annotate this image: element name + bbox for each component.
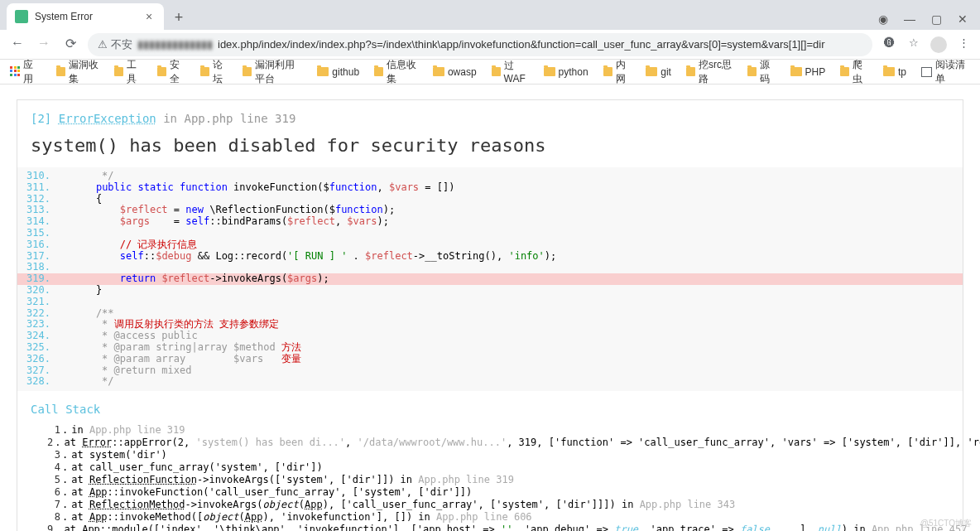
bookmark-label: owasp xyxy=(448,66,477,78)
code-line: 325. * @param string|array $method 方法 xyxy=(17,342,963,354)
minimize-button[interactable]: — xyxy=(902,12,917,27)
stack-text: at ReflectionMethod->invokeArgs(object(A… xyxy=(71,499,735,511)
bookmark-folder[interactable]: 工具 xyxy=(114,58,142,86)
folder-icon xyxy=(646,67,657,76)
bookmark-folder[interactable]: 过WAF xyxy=(492,58,529,86)
stack-number: 1 xyxy=(47,424,62,437)
line-number: 314. xyxy=(17,216,57,228)
browser-toolbar: ← → ⟳ ⚠ 不安 ▮▮▮▮▮▮▮▮▮▮▮▮▮ idex.php/index/… xyxy=(0,30,980,60)
stack-frame: 6.at App::invokeFunction('call_user_func… xyxy=(47,486,949,499)
bookmark-folder[interactable]: 漏洞收集 xyxy=(56,58,100,86)
code-text: // 记录执行信息 xyxy=(57,239,963,251)
stack-frame: 7.at ReflectionMethod->invokeArgs(object… xyxy=(47,499,949,511)
address-bar[interactable]: ⚠ 不安 ▮▮▮▮▮▮▮▮▮▮▮▮▮ idex.php/index/index/… xyxy=(88,33,872,56)
folder-icon xyxy=(200,67,209,76)
folder-icon xyxy=(883,67,895,76)
folder-icon xyxy=(374,67,383,76)
code-line: 322. /** xyxy=(17,308,963,320)
exception-name[interactable]: ErrorException xyxy=(59,112,156,125)
url-blurred: ▮▮▮▮▮▮▮▮▮▮▮▮▮ xyxy=(137,38,213,51)
code-text: * 调用反射执行类的方法 支持参数绑定 xyxy=(57,319,963,331)
bookmark-folder[interactable]: owasp xyxy=(433,58,477,86)
bookmark-folder[interactable]: 爬虫 xyxy=(840,58,868,86)
bookmark-folder[interactable]: tp xyxy=(883,58,906,86)
line-number: 326. xyxy=(17,354,57,365)
code-text: $reflect = new \ReflectionFunction($func… xyxy=(57,205,963,216)
code-line: 328. */ xyxy=(17,376,963,388)
bookmark-folder[interactable]: python xyxy=(544,58,588,86)
back-button[interactable]: ← xyxy=(8,36,26,54)
menu-icon[interactable]: ⋮ xyxy=(955,36,972,53)
translate-icon[interactable]: 🅖 xyxy=(881,36,897,53)
line-number: 321. xyxy=(17,297,57,308)
apps-button[interactable]: 应用 xyxy=(10,58,41,86)
code-text: $args = self::bindParams($reflect, $vars… xyxy=(57,216,963,228)
exception-file: App.php line 319 xyxy=(184,112,295,125)
code-text: * @param array $vars 变量 xyxy=(57,354,963,365)
stack-text: at ReflectionFunction->invokeArgs(['syst… xyxy=(71,474,514,486)
bookmark-label: 源码 xyxy=(760,58,776,86)
tab-favicon xyxy=(15,10,28,23)
code-text: * @return mixed xyxy=(57,365,963,377)
bookmark-folder[interactable]: github xyxy=(317,58,359,86)
maximize-button[interactable]: ▢ xyxy=(929,12,944,27)
folder-icon xyxy=(433,67,444,76)
stack-frame: 2.at Error::appError(2, 'system() has be… xyxy=(47,437,949,449)
bookmark-folder[interactable]: 挖src思路 xyxy=(686,58,733,86)
window-controls: ◉ — ▢ ✕ xyxy=(876,12,980,30)
close-window-button[interactable]: ✕ xyxy=(955,12,970,27)
code-text: public static function invokeFunction($f… xyxy=(57,182,963,194)
code-line: 327. * @return mixed xyxy=(17,365,963,377)
forward-button[interactable]: → xyxy=(35,36,53,54)
browser-tab[interactable]: System Error × xyxy=(7,3,164,30)
stack-frame: 5.at ReflectionFunction->invokeArgs(['sy… xyxy=(47,474,949,486)
folder-icon xyxy=(157,67,166,76)
code-text xyxy=(57,297,963,308)
bookmark-label: git xyxy=(661,66,671,78)
code-line: 316. // 记录执行信息 xyxy=(17,239,963,251)
apps-label: 应用 xyxy=(23,58,41,86)
bookmarks-bar: 应用 漏洞收集工具安全论坛漏洞利用平台github信息收集owasp过WAFpy… xyxy=(0,60,980,84)
folder-icon xyxy=(544,67,555,76)
bookmark-label: 信息收集 xyxy=(387,58,418,86)
reading-list-button[interactable]: 阅读清单 xyxy=(921,58,970,86)
code-line: 315. xyxy=(17,228,963,239)
bookmark-label: python xyxy=(559,66,588,78)
star-icon[interactable]: ☆ xyxy=(906,36,922,53)
bookmark-folder[interactable]: 内网 xyxy=(603,58,632,86)
exception-in: in xyxy=(163,112,177,125)
page-content: [2] ErrorException in App.php line 319 s… xyxy=(0,84,980,531)
bookmark-folder[interactable]: PHP xyxy=(790,58,826,86)
stack-number: 6 xyxy=(47,486,62,499)
code-snippet: 310. */311. public static function invok… xyxy=(17,167,963,391)
bookmark-folder[interactable]: 论坛 xyxy=(200,58,228,86)
bookmark-label: 漏洞收集 xyxy=(69,58,100,86)
line-number: 322. xyxy=(17,308,57,320)
line-number: 310. xyxy=(17,171,57,182)
folder-icon xyxy=(114,67,123,76)
new-tab-button[interactable]: + xyxy=(167,7,190,30)
bookmark-folder[interactable]: 安全 xyxy=(157,58,185,86)
stack-number: 3 xyxy=(47,449,62,461)
apps-icon xyxy=(10,66,20,78)
bookmark-folder[interactable]: git xyxy=(646,58,671,86)
bookmark-folder[interactable]: 源码 xyxy=(747,58,776,86)
code-line: 318. xyxy=(17,262,963,273)
folder-icon xyxy=(686,67,695,76)
profile-icon[interactable] xyxy=(930,36,947,53)
url-text: idex.php/index/index/index.php?s=/index\… xyxy=(218,38,825,51)
exception-header: [2] ErrorException in App.php line 319 xyxy=(31,112,949,125)
code-text: * @param string|array $method 方法 xyxy=(57,342,963,354)
tab-close-button[interactable]: × xyxy=(142,10,156,23)
account-icon[interactable]: ◉ xyxy=(876,12,891,27)
code-line: 326. * @param array $vars 变量 xyxy=(17,354,963,365)
stack-text: at call_user_func_array('system', ['dir'… xyxy=(71,461,322,474)
bookmark-folder[interactable]: 漏洞利用平台 xyxy=(243,58,302,86)
folder-icon xyxy=(840,67,849,76)
bookmark-folder[interactable]: 信息收集 xyxy=(374,58,418,86)
reload-button[interactable]: ⟳ xyxy=(61,36,79,54)
code-line: 320. } xyxy=(17,285,963,297)
reading-list-label: 阅读清单 xyxy=(935,58,970,86)
watermark: @51CTO博客 xyxy=(920,518,972,529)
stack-frame: 3.at system('dir') xyxy=(47,449,949,461)
